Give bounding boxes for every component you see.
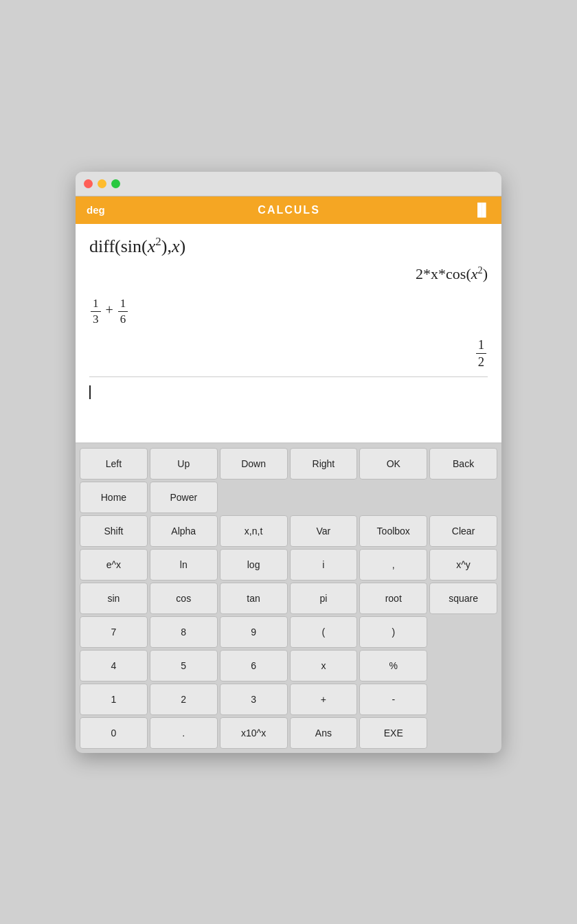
frac-1-6: 1 6 (118, 297, 128, 326)
key-alpha[interactable]: Alpha (150, 515, 218, 547)
key-left[interactable]: Left (80, 448, 148, 480)
keypad-grid: Left Up Down Right OK Back Home Power Sh… (80, 448, 497, 749)
app-title: CALCULS (258, 204, 319, 216)
key-ok[interactable]: OK (359, 448, 427, 480)
key-tan[interactable]: tan (220, 583, 288, 614)
calc-header: deg CALCULS ▐▌ (76, 196, 501, 224)
key-rparen[interactable]: ) (359, 616, 427, 648)
key-ex[interactable]: e^x (80, 549, 148, 581)
key-power[interactable]: Power (150, 482, 218, 513)
key-exe[interactable]: EXE (359, 717, 427, 749)
key-comma[interactable]: , (359, 549, 427, 581)
deg-label: deg (87, 204, 105, 216)
key-plus[interactable]: + (290, 684, 358, 715)
fraction-input: 1 3 + 1 6 (89, 297, 488, 326)
key-ln[interactable]: ln (150, 549, 218, 581)
window-controls (84, 179, 120, 188)
keypad: Left Up Down Right OK Back Home Power Sh… (76, 444, 501, 753)
key-lparen[interactable]: ( (290, 616, 358, 648)
frac-1-3: 1 3 (91, 297, 101, 326)
exponent-2: 2 (155, 235, 161, 248)
key-x[interactable]: x (290, 650, 358, 681)
title-bar (76, 172, 501, 196)
frac-1-2: 1 2 (476, 337, 486, 370)
cursor (89, 385, 91, 399)
key-empty-5 (429, 616, 497, 648)
key-down[interactable]: Down (220, 448, 288, 480)
key-root[interactable]: root (359, 583, 427, 614)
key-dot[interactable]: . (150, 717, 218, 749)
key-6[interactable]: 6 (220, 650, 288, 681)
key-4[interactable]: 4 (80, 650, 148, 681)
key-7[interactable]: 7 (80, 616, 148, 648)
key-sin[interactable]: sin (80, 583, 148, 614)
key-empty-3 (359, 482, 427, 513)
battery-icon: ▐▌ (473, 203, 490, 217)
key-8[interactable]: 8 (150, 616, 218, 648)
input-line[interactable] (89, 376, 488, 401)
key-shift[interactable]: Shift (80, 515, 148, 547)
key-var[interactable]: Var (290, 515, 358, 547)
key-home[interactable]: Home (80, 482, 148, 513)
key-3[interactable]: 3 (220, 684, 288, 715)
key-empty-4 (429, 482, 497, 513)
key-i[interactable]: i (290, 549, 358, 581)
key-5[interactable]: 5 (150, 650, 218, 681)
key-pi[interactable]: pi (290, 583, 358, 614)
key-empty-2 (290, 482, 358, 513)
key-empty-8 (429, 717, 497, 749)
key-empty-7 (429, 684, 497, 715)
key-x10x[interactable]: x10^x (220, 717, 288, 749)
key-empty-6 (429, 650, 497, 681)
fraction-result: 1 2 (89, 337, 488, 370)
result-1: 2*x*cos(x2) (89, 264, 488, 283)
calculator-window: deg CALCULS ▐▌ diff(sin(x2),x) 2*x*cos(x… (76, 172, 501, 753)
key-toolbox[interactable]: Toolbox (359, 515, 427, 547)
expression-1: diff(sin(x2),x) (89, 235, 488, 257)
key-cos[interactable]: cos (150, 583, 218, 614)
maximize-button[interactable] (111, 179, 120, 188)
key-ans[interactable]: Ans (290, 717, 358, 749)
key-right[interactable]: Right (290, 448, 358, 480)
key-percent[interactable]: % (359, 650, 427, 681)
result-exponent: 2 (478, 264, 483, 275)
minimize-button[interactable] (98, 179, 106, 188)
key-xnt[interactable]: x,n,t (220, 515, 288, 547)
key-clear[interactable]: Clear (429, 515, 497, 547)
key-xpowy[interactable]: x^y (429, 549, 497, 581)
display-area: diff(sin(x2),x) 2*x*cos(x2) 1 3 + 1 6 1 … (76, 224, 501, 444)
key-9[interactable]: 9 (220, 616, 288, 648)
key-log[interactable]: log (220, 549, 288, 581)
close-button[interactable] (84, 179, 93, 188)
key-1[interactable]: 1 (80, 684, 148, 715)
key-0[interactable]: 0 (80, 717, 148, 749)
key-empty-1 (220, 482, 288, 513)
key-square[interactable]: square (429, 583, 497, 614)
key-minus[interactable]: - (359, 684, 427, 715)
key-2[interactable]: 2 (150, 684, 218, 715)
key-back[interactable]: Back (429, 448, 497, 480)
key-up[interactable]: Up (150, 448, 218, 480)
